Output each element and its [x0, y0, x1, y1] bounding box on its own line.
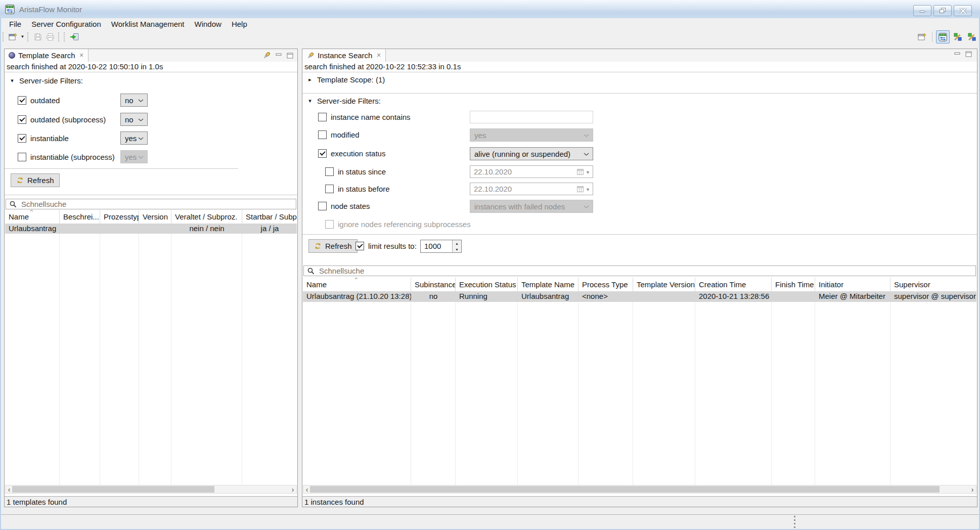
toolbar-grip[interactable]: [27, 32, 30, 41]
limit-results-spinner[interactable]: 1000 ▲ ▼: [420, 240, 462, 253]
column-header-template-name[interactable]: Template Name: [518, 278, 578, 291]
minimize-button[interactable]: [913, 5, 931, 16]
outdated-checkbox[interactable]: [18, 96, 26, 105]
instance-search-view-actions: [954, 51, 972, 57]
close-button[interactable]: [954, 5, 972, 16]
maximize-view-icon[interactable]: [965, 51, 972, 57]
close-icon[interactable]: ✕: [376, 52, 381, 59]
status-grip-handle[interactable]: [794, 516, 795, 528]
toolbar-grip[interactable]: [3, 32, 5, 41]
column-header-initiator[interactable]: Initiator: [815, 278, 890, 291]
template-editor-perspective-button[interactable]: [951, 31, 964, 43]
instantiable-select[interactable]: yes: [120, 131, 148, 145]
execution-status-select[interactable]: alive (running or suspended): [470, 147, 593, 160]
spinner-value: 1000: [421, 240, 452, 252]
print-button[interactable]: [44, 31, 57, 43]
column-header-beschreibung[interactable]: Beschrei...: [60, 210, 100, 224]
instance-refresh-button[interactable]: Refresh: [308, 239, 358, 253]
instance-table-header: Name ^ Subinstance Execution Status Temp…: [303, 278, 976, 291]
cell-template-name: Urlaubsantrag: [518, 292, 578, 300]
chevron-down-icon: [584, 153, 589, 156]
template-scope-header[interactable]: ▸ Template Scope: (1): [307, 75, 385, 84]
toolbar-grip[interactable]: [64, 32, 66, 41]
window-controls: [913, 5, 972, 16]
node-states-checkbox[interactable]: [318, 202, 327, 210]
minimize-view-icon[interactable]: [954, 52, 961, 57]
template-refresh-button[interactable]: Refresh: [11, 173, 60, 187]
limit-results-checkbox[interactable]: [355, 242, 364, 250]
outdated-select[interactable]: no: [120, 94, 148, 107]
instantiable-checkbox[interactable]: [18, 134, 26, 143]
outdated-subprocess-checkbox[interactable]: [18, 115, 26, 124]
server-side-filters-header[interactable]: ▾ Server-side Filters:: [307, 97, 381, 105]
instance-quick-search-input[interactable]: Schnellsuche: [303, 266, 976, 276]
in-status-since-datefield[interactable]: 22.10.2020 ▼: [470, 165, 593, 178]
menu-file[interactable]: File: [4, 20, 26, 28]
select-value: no: [125, 115, 133, 124]
spin-up-icon[interactable]: ▲: [453, 240, 461, 246]
new-wizard-button[interactable]: [7, 31, 19, 43]
instance-editor-perspective-button[interactable]: [965, 31, 978, 43]
column-header-execution-status[interactable]: Execution Status: [456, 278, 518, 291]
menu-worklist-management[interactable]: Worklist Management: [106, 20, 190, 28]
gridline: [517, 302, 518, 485]
column-header-template-version[interactable]: Template Version: [633, 278, 695, 291]
open-perspective-button[interactable]: [916, 31, 928, 43]
server-side-filters-header[interactable]: ▾ Server-side Filters:: [10, 76, 83, 85]
save-button[interactable]: [31, 31, 44, 43]
close-icon[interactable]: ✕: [79, 52, 84, 59]
filter-row-execution-status: execution status: [318, 147, 385, 160]
minimize-view-icon[interactable]: [276, 53, 282, 58]
tab-instance-search[interactable]: Instance Search ✕: [302, 49, 386, 62]
toolbar-grip[interactable]: [58, 32, 61, 41]
instance-table-row-urlaubsantrag[interactable]: Urlaubsantrag (21.10.20 13:28) no Runnin…: [303, 291, 976, 302]
column-header-veraltet[interactable]: Veraltet / Subproz.: [171, 210, 242, 224]
column-header-prozesstyp[interactable]: Prozesstyp: [100, 210, 139, 224]
instance-name-contains-input[interactable]: [470, 111, 593, 123]
spin-down-icon[interactable]: ▼: [453, 246, 461, 252]
pin-icon[interactable]: [262, 51, 271, 60]
column-header-creation-time[interactable]: Creation Time: [695, 278, 772, 291]
log-on-button[interactable]: [68, 31, 80, 43]
template-table-row-urlaubsantrag[interactable]: Urlaubsantrag nein / nein ja / ja: [5, 224, 297, 234]
menu-window[interactable]: Window: [190, 20, 227, 28]
scroll-right-arrow[interactable]: ›: [289, 485, 296, 493]
column-header-finish-time[interactable]: Finish Time: [772, 278, 815, 291]
scroll-left-arrow[interactable]: ‹: [6, 485, 13, 493]
scroll-thumb[interactable]: [310, 486, 940, 493]
in-status-before-checkbox[interactable]: [325, 185, 334, 193]
column-header-name[interactable]: Name ^: [303, 278, 411, 291]
maximize-view-icon[interactable]: [287, 53, 293, 59]
scroll-left-arrow[interactable]: ‹: [303, 485, 310, 493]
modified-checkbox[interactable]: [318, 130, 327, 139]
column-header-process-type[interactable]: Process Type: [578, 278, 633, 291]
section-title: Server-side Filters:: [19, 76, 83, 85]
tab-template-search[interactable]: Template Search ✕: [5, 49, 88, 62]
divider: [5, 195, 297, 195]
scroll-right-arrow[interactable]: ›: [969, 485, 976, 493]
column-header-version[interactable]: Version: [139, 210, 171, 224]
instance-name-contains-checkbox[interactable]: [318, 113, 327, 121]
scroll-thumb[interactable]: [12, 486, 214, 493]
instantiable-subprocess-checkbox[interactable]: [18, 153, 26, 161]
column-header-subinstance[interactable]: Subinstance: [411, 278, 456, 291]
instance-table-hscrollbar[interactable]: ‹ ›: [303, 485, 976, 494]
menu-help[interactable]: Help: [227, 20, 252, 28]
modified-select: yes: [470, 128, 593, 142]
execution-status-checkbox[interactable]: [318, 149, 327, 158]
column-header-supervisor[interactable]: Supervisor: [890, 278, 976, 291]
column-header-name[interactable]: Name ^: [5, 210, 60, 224]
restore-button[interactable]: [933, 5, 952, 16]
in-status-before-datefield[interactable]: 22.10.2020 ▼: [470, 183, 593, 195]
outdated-subprocess-select[interactable]: no: [120, 113, 148, 126]
filter-label: instantiable: [30, 134, 69, 143]
refresh-label: Refresh: [325, 242, 352, 250]
in-status-since-checkbox[interactable]: [325, 167, 334, 176]
gridline: [411, 302, 411, 485]
template-table-hscrollbar[interactable]: ‹ ›: [5, 485, 297, 494]
monitor-perspective-button[interactable]: [936, 30, 950, 43]
template-quick-search-input[interactable]: Schnellsuche: [6, 199, 296, 209]
column-header-startbar[interactable]: Startbar / Subp: [242, 210, 297, 224]
menu-server-configuration[interactable]: Server Configuration: [26, 20, 106, 28]
new-wizard-dropdown[interactable]: ▼: [19, 31, 26, 43]
